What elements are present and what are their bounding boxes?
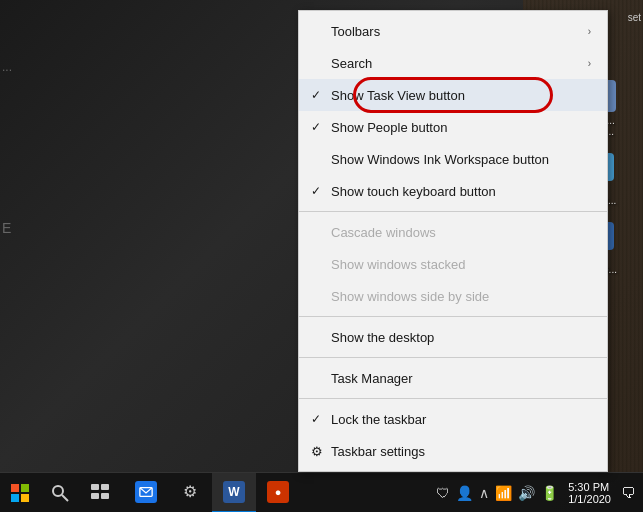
taskbar-apps: ⚙ W ● — [124, 473, 300, 513]
taskbar-app-settings[interactable]: ⚙ — [168, 473, 212, 513]
settings-gear-icon: ⚙ — [179, 481, 201, 503]
svg-rect-6 — [91, 484, 99, 490]
menu-arrow-toolbars: › — [588, 26, 591, 37]
menu-item-side-by-side: Show windows side by side — [299, 280, 607, 312]
menu-label-lock: Lock the taskbar — [331, 412, 591, 427]
menu-label-cascade: Cascade windows — [331, 225, 591, 240]
menu-label-task-view: Show Task View button — [331, 88, 591, 103]
menu-label-people: Show People button — [331, 120, 591, 135]
battery-icon[interactable]: 🔋 — [541, 485, 558, 501]
menu-label-stacked: Show windows stacked — [331, 257, 591, 272]
volume-icon[interactable]: 🔊 — [518, 485, 535, 501]
separator-4 — [299, 398, 607, 399]
taskbar: ⚙ W ● 🛡 👤 ∧ 📶 🔊 🔋 5:30 PM1/1/2020 🗨 — [0, 472, 643, 512]
menu-label-side: Show windows side by side — [331, 289, 591, 304]
menu-item-cascade: Cascade windows — [299, 216, 607, 248]
security-icon[interactable]: 🛡 — [436, 485, 450, 501]
settings-icon: ⚙ — [311, 444, 331, 459]
menu-item-show-desktop[interactable]: Show the desktop — [299, 321, 607, 353]
menu-check-touch: ✓ — [311, 184, 331, 198]
menu-arrow-search: › — [588, 58, 591, 69]
notification-icon[interactable]: 🗨 — [621, 485, 635, 501]
separator-3 — [299, 357, 607, 358]
taskbar-app-word[interactable]: W — [212, 473, 256, 513]
svg-rect-0 — [11, 484, 19, 492]
word-icon: W — [223, 481, 245, 503]
menu-item-lock-taskbar[interactable]: ✓ Lock the taskbar — [299, 403, 607, 435]
separator-2 — [299, 316, 607, 317]
svg-rect-3 — [21, 494, 29, 502]
clock[interactable]: 5:30 PM1/1/2020 — [568, 481, 611, 505]
menu-item-toolbars[interactable]: Toolbars › — [299, 15, 607, 47]
menu-label-touch: Show touch keyboard button — [331, 184, 591, 199]
svg-line-5 — [62, 495, 68, 501]
taskbar-start-button[interactable] — [0, 473, 40, 513]
svg-rect-1 — [21, 484, 29, 492]
taskbar-task-view-button[interactable] — [80, 473, 120, 513]
menu-item-stacked: Show windows stacked — [299, 248, 607, 280]
mail-icon — [139, 485, 153, 499]
people-icon[interactable]: 👤 — [456, 485, 473, 501]
search-icon — [50, 483, 70, 503]
app4-icon: ● — [267, 481, 289, 503]
taskbar-app-4[interactable]: ● — [256, 473, 300, 513]
menu-label-toolbars: Toolbars — [331, 24, 588, 39]
menu-check-task-view: ✓ — [311, 88, 331, 102]
svg-rect-7 — [101, 484, 109, 490]
svg-rect-9 — [101, 493, 109, 499]
menu-item-taskbar-settings[interactable]: ⚙ Taskbar settings — [299, 435, 607, 467]
system-tray: 🛡 👤 ∧ 📶 🔊 🔋 5:30 PM1/1/2020 🗨 — [436, 481, 643, 505]
menu-item-task-manager[interactable]: Task Manager — [299, 362, 607, 394]
menu-item-people-button[interactable]: ✓ Show People button — [299, 111, 607, 143]
menu-item-touch-keyboard[interactable]: ✓ Show touch keyboard button — [299, 175, 607, 207]
menu-check-people: ✓ — [311, 120, 331, 134]
separator-1 — [299, 211, 607, 212]
network-icon[interactable]: 📶 — [495, 485, 512, 501]
start-icon — [10, 483, 30, 503]
menu-label-show-desktop: Show the desktop — [331, 330, 591, 345]
menu-label-ink: Show Windows Ink Workspace button — [331, 152, 591, 167]
menu-item-search[interactable]: Search › — [299, 47, 607, 79]
chevron-up-icon[interactable]: ∧ — [479, 485, 489, 501]
menu-label-task-manager: Task Manager — [331, 371, 591, 386]
taskbar-app-mail[interactable] — [124, 473, 168, 513]
menu-item-task-view-button[interactable]: ✓ Show Task View button — [299, 79, 607, 111]
menu-label-taskbar-settings: Taskbar settings — [331, 444, 591, 459]
taskbar-search-button[interactable] — [40, 473, 80, 513]
right-edge-text: set — [628, 12, 641, 23]
task-view-icon — [90, 483, 110, 503]
menu-label-search: Search — [331, 56, 588, 71]
context-menu: Toolbars › Search › ✓ Show Task View but… — [298, 10, 608, 472]
svg-rect-2 — [11, 494, 19, 502]
menu-check-lock: ✓ — [311, 412, 331, 426]
svg-rect-8 — [91, 493, 99, 499]
menu-item-ink-workspace[interactable]: Show Windows Ink Workspace button — [299, 143, 607, 175]
svg-point-4 — [53, 486, 63, 496]
